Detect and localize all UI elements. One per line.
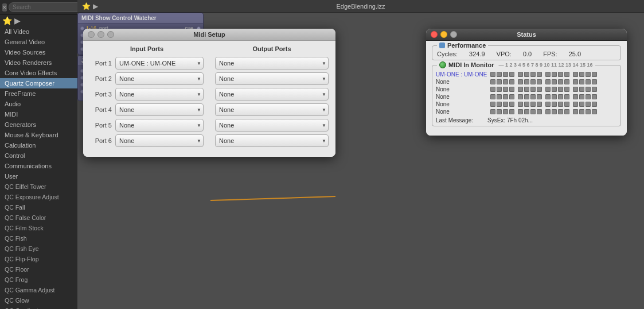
midi-spacer [516,109,517,114]
port-6-output-wrapper: None ▼ [215,134,329,147]
port-3-output-select[interactable]: None [215,88,329,101]
sidebar-item-qc-false-color[interactable]: QC False Color [0,213,77,223]
midi-cell [518,94,523,99]
midi-spacer [571,94,572,99]
status-titlebar: Status [426,29,627,41]
midi-cell [530,72,536,77]
midi-grid-1 [490,79,597,84]
sidebar-item-audio[interactable]: Audio [0,99,77,109]
port-row-3-in: Port 3 None ▼ [90,88,204,101]
port-2-output-select[interactable]: None [215,72,329,85]
sidebar-item-video-sources[interactable]: Video Sources [0,47,77,57]
close-button-midi[interactable] [88,31,95,38]
midi-cell [592,72,597,77]
performance-label: Performance [447,42,486,49]
midi-cell [490,72,495,77]
port-4-input-select[interactable]: None [115,103,204,116]
sidebar-item-core-video-effects[interactable]: Core Video Effects [0,68,77,78]
last-message-label: Last Message: [436,117,487,123]
port-3-input-wrapper: None ▼ [115,88,204,101]
sidebar-item-calculation[interactable]: Calculation [0,140,77,150]
port-3-label: Port 3 [90,91,112,98]
port-6-output-select[interactable]: None [215,134,329,147]
sidebar-item-qc-fish-eye[interactable]: QC Fish Eye [0,244,77,254]
sidebar-item-generators[interactable]: Generators [0,119,77,130]
sidebar-item-qc-floor[interactable]: QC Floor [0,264,77,275]
midi-setup-window: Midi Setup Input Ports Port 1 UM-ONE : U… [83,29,335,157]
sidebar-item-qc-film-stock[interactable]: QC Film Stock [0,223,77,233]
main-area: ⭐ ▶ EdgeBlending.izz Midi Setup [77,0,644,309]
midi-cell [586,79,591,84]
port-3-input-select[interactable]: None [115,88,204,101]
midi-ports-container: Input Ports Port 1 UM-ONE : UM-ONE ▼ Por… [83,41,335,157]
status-body: Performance Cycles: 324.9 VPO: 0.0 FPS: … [426,41,627,136]
port-6-input-select[interactable]: None [115,134,204,147]
midi-cell [592,109,597,114]
sidebar-item-all-video[interactable]: All Video [0,26,77,37]
midi-row-2: None [436,86,617,92]
title-bar-icon: ⭐ ▶ [82,2,98,10]
traffic-lights-status [431,31,457,38]
port-2-input-select[interactable]: None [115,72,204,85]
port-1-output-select[interactable]: None [215,57,329,69]
sidebar-item-control[interactable]: Control [0,150,77,161]
sidebar-toolbar: ⭐ ▶ [0,15,77,26]
clear-search-button[interactable]: ✕ [2,3,7,11]
midi-cell [509,72,514,77]
midi-spacer [516,94,517,99]
sidebar-item-qc-gamma[interactable]: QC Gamma Adjust [0,285,77,295]
sidebar-item-midi[interactable]: MIDI [0,109,77,119]
minimize-button-status[interactable] [440,31,447,38]
midi-cell [530,87,536,92]
midi-cell [490,79,495,84]
port-5-output-select[interactable]: None [215,119,329,132]
port-4-label: Port 4 [90,106,112,113]
sidebar-item-video-renderers[interactable]: Video Renderers [0,57,77,68]
midi-port-3-name: None [436,94,490,100]
midi-port-5-name: None [436,109,490,115]
sidebar-item-communications[interactable]: Communications [0,161,77,171]
midi-watcher-node-header: MIDI Show Control Watcher [78,13,203,24]
midi-grid-4 [490,102,597,107]
vpo-label: VPO: [497,51,512,57]
midi-monitor-icon [439,61,446,68]
sidebar-item-general-video[interactable]: General Video [0,37,77,47]
sidebar-item-qc-flip-flop[interactable]: QC Flip-Flop [0,254,77,264]
minimize-button-midi[interactable] [97,31,104,38]
midi-cell [586,87,591,92]
app-title: EdgeBlending.izz [336,3,385,10]
midi-cell [524,79,529,84]
port-row-2-in: Port 2 None ▼ [90,72,204,85]
sidebar-item-freeframe[interactable]: FreeFrame [0,88,77,99]
midi-spacer [543,79,544,84]
midi-cell [564,109,569,114]
vpo-value: 0.0 [523,51,532,57]
sidebar-item-qc-eiffel[interactable]: QC Eiffel Tower [0,181,77,192]
sidebar-item-mouse-keyboard[interactable]: Mouse & Keyboard [0,130,77,140]
sidebar-item-qc-frog[interactable]: QC Frog [0,275,77,285]
close-button-status[interactable] [431,31,438,38]
midi-cell [530,79,536,84]
port-5-input-select[interactable]: None [115,119,204,132]
sidebar-item-qc-fish[interactable]: QC Fish [0,233,77,244]
midi-cell [579,94,584,99]
midi-cell [558,94,563,99]
midi-cell [586,102,591,107]
sidebar-item-qc-glow[interactable]: QC Glow [0,295,77,306]
midi-cell [573,109,578,114]
sidebar-item-qc-gradient[interactable]: QC Gradient [0,306,77,309]
sidebar-item-quartz-composer[interactable]: Quartz Composer [0,78,77,88]
midi-setup-title: Midi Setup [83,31,335,38]
sidebar-item-qc-exposure[interactable]: QC Exposure Adjust [0,192,77,202]
sidebar-item-user[interactable]: User [0,171,77,181]
midi-row-4: None [436,101,617,107]
midi-cell [564,72,569,77]
port-4-output-select[interactable]: None [215,103,329,116]
midi-cell [497,87,502,92]
sidebar-item-qc-fall[interactable]: QC Fall [0,202,77,213]
midi-cell [586,72,591,77]
maximize-button-midi[interactable] [107,31,114,38]
canvas-area[interactable]: Midi Setup Input Ports Port 1 UM-ONE : U… [77,13,644,309]
maximize-button-status[interactable] [450,31,457,38]
port-1-input-select[interactable]: UM-ONE : UM-ONE [115,57,204,69]
